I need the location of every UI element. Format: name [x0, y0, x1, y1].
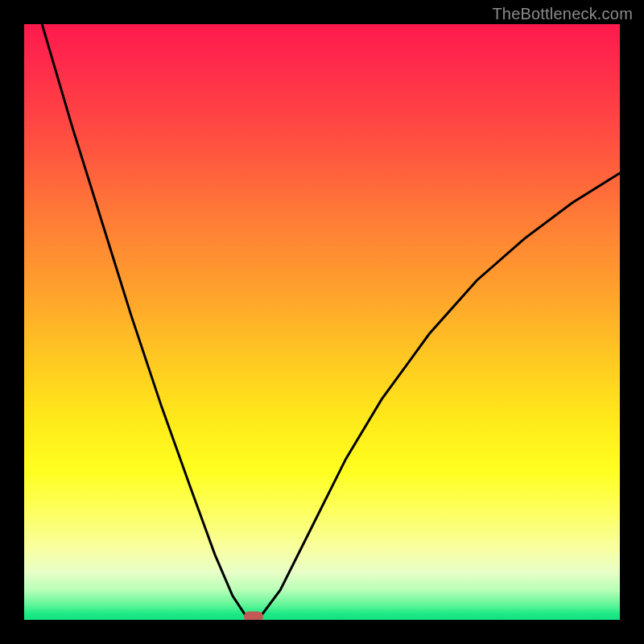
bottleneck-curve [24, 24, 620, 620]
watermark-text: TheBottleneck.com [492, 5, 633, 23]
chart-frame: TheBottleneck.com [0, 0, 644, 644]
optimal-point-marker [244, 612, 263, 620]
plot-area [24, 24, 620, 620]
